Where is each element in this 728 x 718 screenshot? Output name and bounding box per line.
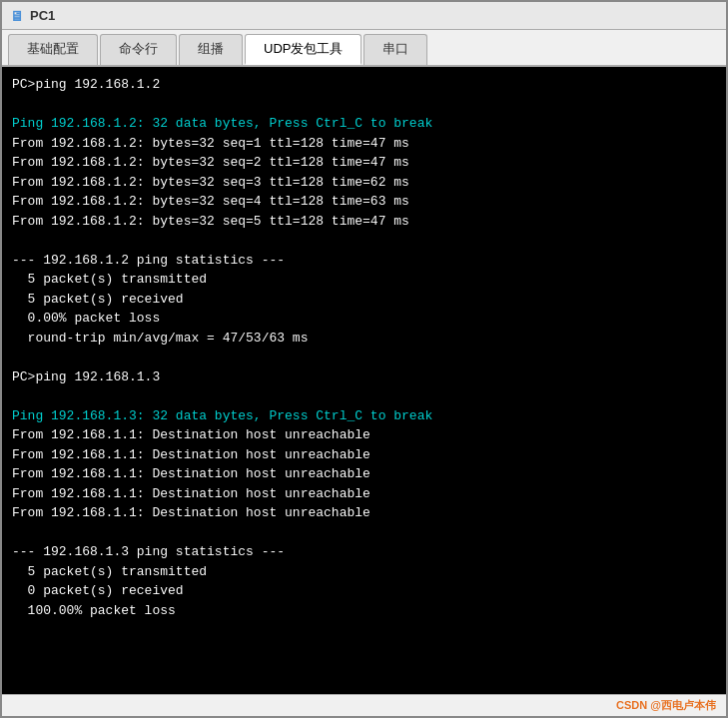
tab-chuankou[interactable]: 串口 — [364, 34, 427, 65]
terminal-line: From 192.168.1.2: bytes=32 seq=4 ttl=128… — [12, 192, 716, 212]
title-bar: 🖥 PC1 — [2, 2, 726, 30]
terminal-area[interactable]: PC>ping 192.168.1.2 Ping 192.168.1.2: 32… — [2, 67, 726, 694]
terminal-line: From 192.168.1.2: bytes=32 seq=5 ttl=128… — [12, 212, 716, 232]
terminal-line: 5 packet(s) transmitted — [12, 270, 716, 290]
terminal-line: 5 packet(s) received — [12, 290, 716, 310]
tab-bar: 基础配置 命令行 组播 UDP发包工具 串口 — [2, 30, 726, 67]
terminal-line: From 192.168.1.2: bytes=32 seq=3 ttl=128… — [12, 173, 716, 193]
terminal-line: Ping 192.168.1.3: 32 data bytes, Press C… — [12, 406, 716, 426]
terminal-line — [12, 523, 716, 543]
terminal-line: From 192.168.1.1: Destination host unrea… — [12, 503, 716, 523]
terminal-line: 0.00% packet loss — [12, 309, 716, 329]
terminal-line: 5 packet(s) transmitted — [12, 562, 716, 582]
footer-bar: CSDN @西电卢本伟 — [2, 694, 726, 716]
terminal-line: PC>ping 192.168.1.3 — [12, 367, 716, 387]
terminal-line: From 192.168.1.1: Destination host unrea… — [12, 425, 716, 445]
terminal-line — [12, 95, 716, 115]
terminal-line: --- 192.168.1.2 ping statistics --- — [12, 251, 716, 271]
terminal-line — [12, 386, 716, 406]
terminal-line: Ping 192.168.1.2: 32 data bytes, Press C… — [12, 114, 716, 134]
tab-zubo[interactable]: 组播 — [179, 34, 243, 65]
terminal-line: From 192.168.1.2: bytes=32 seq=1 ttl=128… — [12, 134, 716, 154]
tab-jichu[interactable]: 基础配置 — [8, 34, 98, 65]
terminal-line: PC>ping 192.168.1.2 — [12, 75, 716, 95]
terminal-line: From 192.168.1.1: Destination host unrea… — [12, 484, 716, 504]
window: 🖥 PC1 基础配置 命令行 组播 UDP发包工具 串口 PC>ping 192… — [0, 0, 728, 718]
terminal-line: --- 192.168.1.3 ping statistics --- — [12, 542, 716, 562]
terminal-line — [12, 348, 716, 367]
tab-mingling[interactable]: 命令行 — [100, 34, 177, 65]
watermark-text: CSDN @西电卢本伟 — [616, 698, 716, 713]
terminal-line — [12, 231, 716, 251]
window-icon: 🖥 — [10, 8, 24, 24]
terminal-line: 0 packet(s) received — [12, 581, 716, 601]
terminal-line: 100.00% packet loss — [12, 601, 716, 621]
terminal-line: round-trip min/avg/max = 47/53/63 ms — [12, 329, 716, 349]
terminal-line: From 192.168.1.2: bytes=32 seq=2 ttl=128… — [12, 153, 716, 173]
terminal-line: From 192.168.1.1: Destination host unrea… — [12, 445, 716, 465]
terminal-line: From 192.168.1.1: Destination host unrea… — [12, 464, 716, 484]
tab-udp[interactable]: UDP发包工具 — [245, 34, 362, 65]
window-title: PC1 — [30, 8, 55, 23]
